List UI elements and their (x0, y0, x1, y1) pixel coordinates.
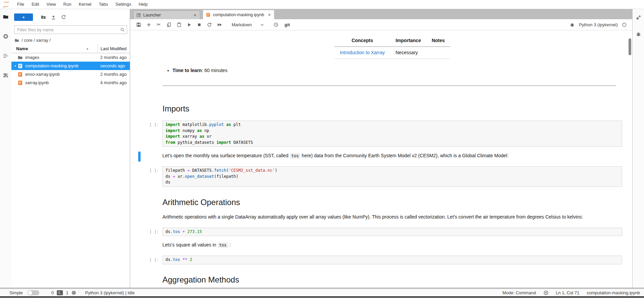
markdown-cell[interactable]: Imports (130, 101, 622, 114)
cut-icon: ✂ (157, 22, 161, 28)
bug-icon (636, 31, 641, 37)
cursor-position[interactable]: Ln 1, Col 71 (556, 290, 579, 295)
menu-edit[interactable]: Edit (28, 0, 43, 9)
markdown-cell[interactable]: Arithmetic operations with a single Data… (130, 212, 622, 222)
markdown-cell[interactable]: Time to learn: 60 minutes (130, 66, 622, 75)
file-modified: 2 months ago (98, 72, 130, 77)
markdown-cell[interactable]: Lets's square all values in tos : (130, 240, 622, 250)
new-launcher-button[interactable]: + (14, 13, 33, 21)
activity-tab-running-sessions[interactable] (3, 33, 9, 41)
folder-icon (17, 55, 23, 60)
close-icon[interactable]: × (193, 13, 197, 18)
cell-prompt: [ ]: (130, 166, 162, 187)
breadcrumb-path: / core / xarray / (22, 38, 51, 43)
restart-run-all-button[interactable] (214, 20, 224, 29)
menu-settings[interactable]: Settings (112, 0, 135, 9)
file-row[interactable]: ●computation-masking.ipynbseconds ago (11, 62, 130, 70)
upload-icon (51, 14, 56, 20)
copy-cells-button[interactable] (164, 20, 174, 29)
kernel-status[interactable]: Python 3 (ipykernel) | Idle (85, 290, 135, 295)
menu-tabs[interactable]: Tabs (95, 0, 112, 9)
right-tab-property-inspector[interactable] (636, 15, 641, 22)
code-editor[interactable]: ds.tos ** 2 (162, 256, 622, 264)
simple-mode-toggle[interactable] (28, 290, 39, 295)
markdown-cell[interactable]: Let's open the monthly sea surface tempe… (130, 151, 622, 160)
file-browser-toolbar: + (11, 9, 130, 25)
circle-x-icon (543, 290, 548, 295)
cell-prompt: [ ]: (130, 256, 162, 264)
tab-label: computation-masking.ipynb (213, 12, 264, 17)
chevron-down-icon (260, 23, 264, 27)
save-button[interactable] (134, 20, 144, 29)
bug-icon[interactable] (570, 22, 575, 27)
status-filename: computation-masking.ipynb (587, 290, 640, 295)
file-row[interactable]: images2 months ago (11, 53, 130, 62)
menu-file[interactable]: File (13, 0, 28, 9)
code-editor[interactable]: filepath = DATASETS.fetch('CESM2_sst_dat… (162, 166, 622, 187)
close-icon[interactable]: × (267, 12, 271, 17)
bullet-item: Time to learn: 60 minutes (173, 67, 622, 74)
menu-run[interactable]: Run (60, 0, 75, 9)
tab-label: Launcher (143, 13, 161, 18)
markdown-cell[interactable]: ConceptsImportanceNotesIntroduction to X… (130, 34, 622, 59)
kernels-count[interactable]: 1 (66, 290, 68, 295)
table-row: Introduction to XarrayNecessary (334, 47, 450, 59)
activity-tab-extension-manager[interactable] (3, 72, 9, 80)
terminals-count[interactable]: 0 (51, 290, 54, 295)
notebook-icon (206, 12, 211, 17)
filter-files-input[interactable] (14, 25, 127, 34)
markdown-cell[interactable]: Arithmetic Operations (130, 195, 622, 208)
column-name[interactable]: Name ▲ (11, 46, 98, 51)
markdown-text: Let's open the monthly sea surface tempe… (162, 151, 622, 160)
kernel-name[interactable]: Python 3 (ipykernel) (579, 22, 618, 27)
breadcrumb[interactable]: / core / xarray / (11, 36, 130, 44)
kernel-idle-icon[interactable] (622, 22, 627, 27)
upload-button[interactable] (48, 13, 59, 21)
markdown-cell[interactable]: Aggregation Methods (130, 272, 622, 286)
new-folder-button[interactable] (38, 13, 48, 21)
git-toolbar-label[interactable]: git (285, 22, 290, 27)
toc-icon (3, 53, 9, 59)
history-button[interactable] (271, 20, 281, 29)
insert-cell-below-button[interactable] (144, 20, 154, 29)
paste-cells-button[interactable] (174, 20, 184, 29)
notebook-icon-light (17, 63, 23, 69)
menu-kernel[interactable]: Kernel (75, 0, 95, 9)
run-cell-button[interactable] (184, 20, 194, 29)
column-last-modified[interactable]: Last Modified (98, 44, 130, 53)
activity-tab-file-browser[interactable] (3, 14, 9, 21)
code-cell[interactable]: [ ]:import matplotlib.pyplot as pltimpor… (130, 121, 622, 147)
fast-forward-icon (217, 22, 222, 27)
restart-kernel-button[interactable] (204, 20, 214, 29)
menu-bar: FileEditViewRunKernelTabsSettingsHelp (0, 0, 644, 9)
file-row[interactable]: xarray.ipynb4 months ago (11, 78, 130, 87)
code-editor[interactable]: ds.tos + 273.15 (162, 228, 622, 236)
notebook-icon (17, 80, 23, 86)
menu-help[interactable]: Help (135, 0, 151, 9)
code-editor[interactable]: import matplotlib.pyplot as pltimport nu… (162, 121, 622, 147)
tab-launcher[interactable]: Launcher× (133, 10, 200, 19)
scrollbar-thumb[interactable] (629, 38, 631, 55)
menu-view[interactable]: View (43, 0, 60, 9)
inline-code: tos (218, 242, 228, 248)
activity-tab-table-of-contents[interactable] (3, 53, 9, 60)
refresh-button[interactable] (59, 13, 69, 21)
concept-link[interactable]: Introduction to Xarray (340, 50, 385, 55)
new-folder-icon (41, 14, 46, 20)
selected-cell-indicator[interactable] (138, 152, 141, 162)
interrupt-kernel-button[interactable] (194, 20, 204, 29)
code-cell[interactable]: [ ]:filepath = DATASETS.fetch('CESM2_sst… (130, 166, 622, 187)
markdown-cell[interactable] (130, 84, 622, 93)
right-tab-debugger[interactable] (636, 31, 641, 38)
code-cell[interactable]: [ ]:ds.tos + 273.15 (130, 228, 622, 236)
file-row[interactable]: enso-xarray.ipynb2 months ago (11, 70, 130, 78)
markdown-text: Lets's square all values in tos : (162, 240, 622, 250)
cut-cells-button[interactable]: ✂ (154, 20, 164, 29)
file-modified: 4 months ago (98, 80, 130, 85)
code-cell[interactable]: [ ]:ds.tos ** 2 (130, 256, 622, 264)
menu-items: FileEditViewRunKernelTabsSettingsHelp (13, 0, 151, 9)
notebook-content: ConceptsImportanceNotesIntroduction to X… (130, 30, 632, 288)
launcher-icon (136, 13, 141, 18)
cell-type-dropdown[interactable]: Markdown (230, 22, 266, 28)
tab-computation-masking-ipynb[interactable]: computation-masking.ipynb× (203, 10, 274, 19)
